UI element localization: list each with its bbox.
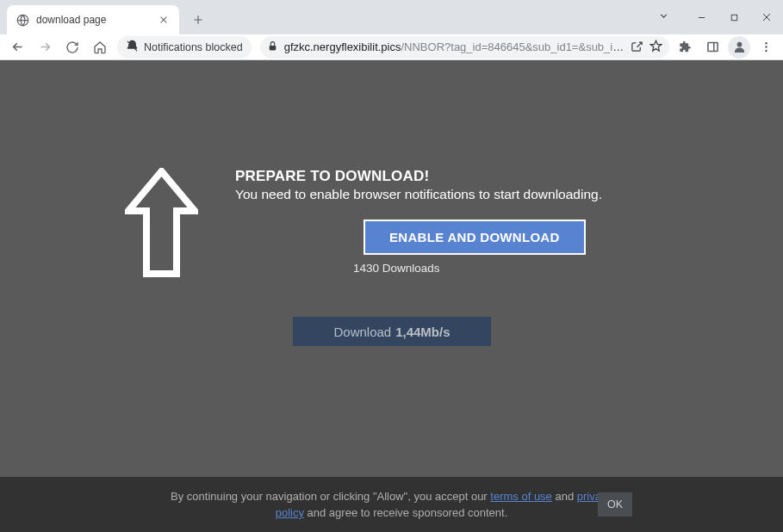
svg-rect-2	[269, 45, 276, 49]
profile-avatar[interactable]	[728, 36, 750, 59]
up-arrow-icon	[125, 168, 198, 281]
notifications-chip-label: Notifications blocked	[144, 41, 243, 53]
side-panel-button[interactable]	[700, 35, 724, 59]
cookie-post: and agree to receive sponsored content.	[304, 506, 507, 519]
notifications-blocked-chip[interactable]: Notifications blocked	[117, 36, 252, 59]
close-tab-icon[interactable]	[157, 13, 171, 27]
new-tab-button[interactable]	[186, 8, 210, 32]
globe-icon	[16, 13, 29, 27]
url-host: gfzkc.nergyflexibilit.pics	[284, 40, 401, 53]
subheading: You need to enable browser notifications…	[235, 187, 602, 202]
browser-toolbar: Notifications blocked gfzkc.nergyflexibi…	[0, 34, 783, 60]
close-window-button[interactable]	[750, 0, 783, 34]
star-icon[interactable]	[649, 40, 662, 55]
browser-tab[interactable]: download page	[7, 5, 179, 34]
maximize-button[interactable]	[718, 0, 750, 34]
back-button[interactable]	[5, 35, 29, 59]
svg-point-4	[736, 42, 742, 47]
forward-button[interactable]	[33, 35, 57, 59]
svg-point-7	[765, 50, 767, 53]
svg-point-6	[765, 46, 767, 48]
lock-icon	[267, 40, 278, 54]
svg-rect-1	[731, 15, 736, 20]
share-icon[interactable]	[631, 40, 643, 55]
home-button[interactable]	[88, 35, 112, 59]
reload-button[interactable]	[60, 35, 84, 59]
chevron-down-icon[interactable]	[658, 9, 669, 25]
cookie-text: By continuing your navigation or clickin…	[168, 488, 616, 522]
address-bar[interactable]: gfzkc.nergyflexibilit.pics/NNBOR?tag_id=…	[260, 36, 669, 59]
bell-off-icon	[126, 40, 139, 55]
download-speed: 1,44Mb/s	[395, 325, 450, 339]
url-text: gfzkc.nergyflexibilit.pics/NNBOR?tag_id=…	[284, 40, 625, 53]
tab-title: download page	[36, 14, 157, 26]
menu-button[interactable]	[754, 35, 778, 59]
downloads-count: 1430 Downloads	[353, 262, 602, 275]
secondary-download-button[interactable]: Download 1,44Mb/s	[293, 317, 491, 346]
svg-rect-3	[707, 43, 717, 52]
svg-point-5	[765, 42, 767, 45]
page-content: PREPARE TO DOWNLOAD! You need to enable …	[0, 60, 783, 532]
terms-link[interactable]: terms of use	[490, 490, 552, 503]
url-path: /NNBOR?tag_id=846645&sub_id1=&sub_id2=28…	[401, 40, 625, 53]
heading: PREPARE TO DOWNLOAD!	[235, 168, 602, 185]
enable-download-button[interactable]: ENABLE AND DOWNLOAD	[364, 220, 586, 255]
browser-titlebar: download page	[0, 0, 783, 34]
cookie-consent-bar: By continuing your navigation or clickin…	[0, 477, 783, 532]
cookie-ok-button[interactable]: OK	[598, 492, 632, 517]
cookie-mid: and	[552, 490, 577, 503]
download-prefix: Download	[333, 325, 391, 339]
extensions-button[interactable]	[673, 35, 697, 59]
window-controls	[658, 0, 783, 34]
cookie-pre: By continuing your navigation or clickin…	[171, 490, 490, 503]
minimize-button[interactable]	[685, 0, 718, 34]
